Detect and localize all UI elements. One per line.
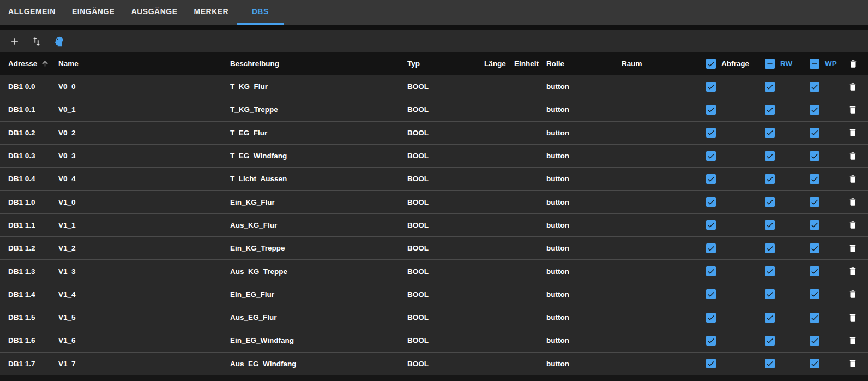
rw-checkbox[interactable] [765,243,775,253]
cell-adresse: DB1 0.0 [0,75,58,98]
tab-eingaenge[interactable]: EINGÄNGE [64,0,123,25]
trash-icon [848,151,858,161]
tab-dbs[interactable]: DBS [237,0,284,25]
header-abfrage-checkbox[interactable] [706,59,716,69]
rw-checkbox[interactable] [765,151,775,161]
cell-rw [762,306,807,329]
sort-asc-icon [41,59,49,68]
header-wp-checkbox[interactable] [810,59,819,69]
abfrage-checkbox[interactable] [706,105,716,115]
column-header-laenge[interactable]: Länge [484,52,514,75]
delete-row-button[interactable] [846,195,859,209]
abfrage-checkbox[interactable] [706,151,716,161]
cell-einheit [514,352,546,375]
delete-row-button[interactable] [846,242,859,255]
abfrage-checkbox[interactable] [706,82,716,92]
column-header-adresse[interactable]: Adresse [0,52,58,75]
wp-checkbox[interactable] [810,82,819,92]
delete-row-button[interactable] [846,103,859,116]
cell-wp [807,168,843,190]
column-label: Raum [622,59,642,68]
cell-raum [622,75,703,98]
rw-checkbox[interactable] [765,82,775,92]
rw-checkbox[interactable] [765,266,775,276]
assistant-button[interactable] [51,34,65,49]
trash-icon [848,197,858,207]
tab-merker[interactable]: MERKER [186,0,237,25]
wp-checkbox[interactable] [810,243,819,253]
cell-rolle: button [546,144,622,167]
wp-checkbox[interactable] [810,105,819,115]
abfrage-checkbox[interactable] [706,313,716,323]
column-header-typ[interactable]: Typ [407,52,484,75]
cell-beschreibung: Ein_KG_Flur [230,190,407,213]
table-row: DB1 0.2V0_2T_EG_FlurBOOLbutton [0,121,868,144]
cell-raum [622,144,703,167]
delete-row-button[interactable] [846,80,859,93]
cell-laenge [484,144,514,167]
abfrage-checkbox[interactable] [706,336,716,346]
check-icon [765,221,774,229]
wp-checkbox[interactable] [810,359,819,368]
cell-einheit [514,144,546,167]
rw-checkbox[interactable] [765,313,775,323]
tab-allgemein[interactable]: ALLGEMEIN [0,0,64,25]
cell-rolle: button [546,168,622,190]
column-header-rolle[interactable]: Rolle [546,52,622,75]
cell-raum [622,329,703,352]
delete-row-button[interactable] [846,311,859,324]
rw-checkbox[interactable] [765,174,775,184]
wp-checkbox[interactable] [810,336,819,346]
trash-icon [848,105,858,115]
sort-button[interactable] [29,34,44,49]
cell-raum [622,352,703,375]
wp-checkbox[interactable] [810,174,819,184]
wp-checkbox[interactable] [810,151,819,161]
rw-checkbox[interactable] [765,336,775,346]
wp-checkbox[interactable] [810,289,819,299]
abfrage-checkbox[interactable] [706,359,716,368]
delete-row-button[interactable] [846,172,859,186]
cell-rolle: button [546,283,622,306]
abfrage-checkbox[interactable] [706,266,716,276]
column-header-name[interactable]: Name [58,52,230,75]
delete-row-button[interactable] [846,126,859,139]
cell-rw [762,190,807,213]
check-icon [810,175,819,183]
delete-row-button[interactable] [846,150,859,163]
abfrage-checkbox[interactable] [706,174,716,184]
cell-raum [622,283,703,306]
tab-ausgaenge[interactable]: AUSGÄNGE [123,0,186,25]
rw-checkbox[interactable] [765,289,775,299]
abfrage-checkbox[interactable] [706,197,716,207]
column-header-raum[interactable]: Raum [622,52,703,75]
delete-row-button[interactable] [846,288,859,301]
wp-checkbox[interactable] [810,220,819,230]
wp-checkbox[interactable] [810,128,819,138]
table-row: DB1 1.1V1_1Aus_KG_FlurBOOLbutton [0,213,868,236]
rw-checkbox[interactable] [765,128,775,138]
wp-checkbox[interactable] [810,313,819,323]
column-header-einheit[interactable]: Einheit [514,52,546,75]
wp-checkbox[interactable] [810,266,819,276]
column-header-beschreibung[interactable]: Beschreibung [230,52,407,75]
rw-checkbox[interactable] [765,105,775,115]
delete-row-button[interactable] [846,334,859,347]
delete-row-button[interactable] [846,357,859,370]
abfrage-checkbox[interactable] [706,128,716,138]
delete-all-button[interactable] [846,57,860,71]
delete-row-button[interactable] [846,265,859,278]
wp-checkbox[interactable] [810,197,819,207]
rw-checkbox[interactable] [765,220,775,230]
abfrage-checkbox[interactable] [706,220,716,230]
rw-checkbox[interactable] [765,359,775,368]
toolbar [0,30,868,52]
cell-typ: BOOL [407,352,484,375]
abfrage-checkbox[interactable] [706,243,716,253]
delete-row-button[interactable] [846,218,859,231]
header-rw-checkbox[interactable] [765,59,775,69]
rw-checkbox[interactable] [765,197,775,207]
add-button[interactable] [8,34,22,49]
abfrage-checkbox[interactable] [706,289,716,299]
cell-typ: BOOL [407,168,484,190]
